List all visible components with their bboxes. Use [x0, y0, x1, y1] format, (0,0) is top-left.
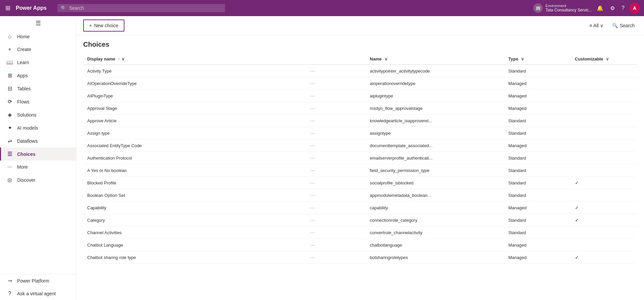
cell-ellipsis: ···: [305, 127, 366, 139]
learn-icon: 📖: [6, 59, 13, 66]
new-choice-button[interactable]: + New choice: [83, 19, 124, 32]
environment-selector[interactable]: 🏢 Environment Tata Consultancy Servic...: [533, 3, 592, 13]
table-row[interactable]: Approve Article ··· knowledgearticle_isa…: [83, 115, 637, 127]
cell-name: msdyn_flow_approvalstage: [366, 102, 504, 115]
customizable-checkmark: ✓: [575, 255, 579, 260]
sidebar-item-more[interactable]: ··· More: [0, 161, 76, 173]
cell-display-name: Chatbot Language: [83, 239, 305, 251]
row-ellipsis-button[interactable]: ···: [309, 179, 317, 186]
power-platform-icon: ⊸: [6, 277, 13, 284]
sidebar-item-home[interactable]: ⌂ Home: [0, 30, 76, 43]
global-search-box[interactable]: 🔍: [57, 4, 225, 12]
sidebar-label-flows: Flows: [17, 99, 30, 104]
sidebar-item-power-platform[interactable]: ⊸ Power Platform: [0, 274, 76, 287]
filter-button[interactable]: ≡ All ∨: [587, 21, 606, 30]
row-ellipsis-button[interactable]: ···: [309, 117, 317, 124]
row-ellipsis-button[interactable]: ···: [309, 142, 317, 149]
table-row[interactable]: Activity Type ··· activitypointer_activi…: [83, 65, 637, 77]
cell-type: Standard: [504, 177, 571, 189]
cell-customizable: [571, 115, 637, 127]
user-avatar[interactable]: A: [629, 3, 640, 13]
environment-label: Environment: [545, 4, 592, 8]
row-ellipsis-button[interactable]: ···: [309, 229, 317, 236]
table-row[interactable]: Capability ··· capability Managed ✓: [83, 202, 637, 214]
row-ellipsis-button[interactable]: ···: [309, 105, 317, 112]
row-ellipsis-button[interactable]: ···: [309, 254, 317, 261]
row-ellipsis-button[interactable]: ···: [309, 242, 317, 248]
table-row[interactable]: Assign type ··· assigntype Standard: [83, 127, 637, 139]
table-row[interactable]: AIPluginType ··· aiplugintype Managed: [83, 90, 637, 102]
cell-name: field_security_permission_type: [366, 164, 504, 177]
column-header-name[interactable]: Name ∨: [366, 54, 504, 65]
notifications-button[interactable]: 🔔: [595, 3, 605, 13]
dataflows-icon: ⇌: [6, 138, 13, 144]
table-row[interactable]: Chatbot Language ··· chatbotlanguage Man…: [83, 239, 637, 251]
table-row[interactable]: Authentication Protocol ··· emailserverp…: [83, 152, 637, 164]
cell-display-name: Capability: [83, 202, 305, 214]
ask-agent-icon: ?: [6, 291, 13, 297]
row-ellipsis-button[interactable]: ···: [309, 217, 317, 223]
sidebar-item-dataflows[interactable]: ⇌ Dataflows: [0, 134, 76, 147]
sidebar-label-discover: Discover: [17, 177, 35, 183]
row-ellipsis-button[interactable]: ···: [309, 167, 317, 174]
discover-icon: ◎: [6, 177, 13, 183]
sidebar-item-create[interactable]: + Create: [0, 43, 76, 56]
table-row[interactable]: Approval Stage ··· msdyn_flow_approvalst…: [83, 102, 637, 115]
plus-icon: +: [89, 23, 92, 28]
customizable-checkmark: ✓: [575, 205, 579, 210]
row-ellipsis-button[interactable]: ···: [309, 130, 317, 136]
sidebar-item-ask-agent[interactable]: ? Ask a virtual agent: [0, 287, 76, 300]
table-row[interactable]: AIOperationOverrideType ··· aioperationo…: [83, 77, 637, 90]
sidebar-item-tables[interactable]: ⊟ Tables: [0, 82, 76, 95]
row-ellipsis-button[interactable]: ···: [309, 192, 317, 199]
customizable-checkmark: ✓: [575, 217, 579, 223]
help-button[interactable]: ?: [620, 3, 627, 13]
table-row[interactable]: Associated EntityType Code ··· documentt…: [83, 139, 637, 152]
cell-type: Managed: [504, 102, 571, 115]
sidebar-label-apps: Apps: [17, 73, 28, 78]
sidebar-item-solutions[interactable]: ◈ Solutions: [0, 108, 76, 121]
waffle-icon[interactable]: ⊞: [4, 3, 12, 13]
cell-customizable: [571, 152, 637, 164]
settings-button[interactable]: ⚙: [608, 3, 617, 13]
top-navigation: ⊞ Power Apps 🔍 🏢 Environment Tata Consul…: [0, 0, 644, 16]
sidebar-toggle-button[interactable]: ☰: [0, 16, 76, 30]
sidebar-item-ai-models[interactable]: ✦ AI models: [0, 121, 76, 134]
global-search-input[interactable]: [69, 5, 222, 11]
sidebar-item-flows[interactable]: ⟳ Flows: [0, 95, 76, 108]
sidebar-item-apps[interactable]: ⊞ Apps: [0, 69, 76, 82]
table-search-button[interactable]: 🔍 Search: [609, 21, 637, 30]
sidebar-label-dataflows: Dataflows: [17, 138, 38, 144]
type-sort-icon: ∨: [521, 56, 524, 61]
table-row[interactable]: Chatbot sharing role type ··· botsharing…: [83, 251, 637, 264]
cell-type: Standard: [504, 164, 571, 177]
customizable-header-text: Customizable: [575, 56, 603, 61]
sidebar-item-choices[interactable]: ☰ Choices: [0, 147, 76, 161]
column-header-type[interactable]: Type ∨: [504, 54, 571, 65]
create-icon: +: [6, 46, 13, 52]
column-header-display-name[interactable]: Display name ↑ ∨: [83, 54, 305, 65]
table-row[interactable]: A Yes or No boolean ··· field_security_p…: [83, 164, 637, 177]
environment-icon: 🏢: [533, 3, 543, 13]
cell-name: convertrule_channelactivity: [366, 226, 504, 239]
table-row[interactable]: Boolean Option Set ··· appmodulemetadata…: [83, 189, 637, 202]
row-ellipsis-button[interactable]: ···: [309, 92, 317, 99]
name-sort-icon: ∨: [384, 56, 388, 61]
sidebar-item-discover[interactable]: ◎ Discover: [0, 173, 76, 186]
cell-customizable: [571, 77, 637, 90]
row-ellipsis-button[interactable]: ···: [309, 68, 317, 74]
sidebar-label-create: Create: [17, 47, 31, 52]
table-row[interactable]: Blocked Profile ··· socialprofile_isbloc…: [83, 177, 637, 189]
table-row[interactable]: Category ··· connectionrole_category Sta…: [83, 214, 637, 226]
solutions-icon: ◈: [6, 112, 13, 118]
cell-display-name: A Yes or No boolean: [83, 164, 305, 177]
row-ellipsis-button[interactable]: ···: [309, 204, 317, 211]
sidebar: ☰ ⌂ Home + Create 📖 Learn ⊞ Apps ⊟ Table…: [0, 16, 76, 300]
row-ellipsis-button[interactable]: ···: [309, 80, 317, 87]
row-ellipsis-button[interactable]: ···: [309, 155, 317, 161]
table-row[interactable]: Channel Activities ··· convertrule_chann…: [83, 226, 637, 239]
choices-table: Display name ↑ ∨ Name ∨ Type ∨: [83, 54, 637, 264]
cell-type: Standard: [504, 115, 571, 127]
sidebar-item-learn[interactable]: 📖 Learn: [0, 56, 76, 69]
column-header-customizable[interactable]: Customizable ∨: [571, 54, 637, 65]
